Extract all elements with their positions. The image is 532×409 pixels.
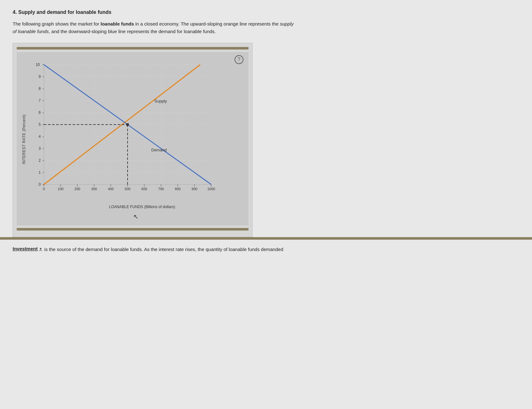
svg-text:700: 700 — [158, 187, 164, 191]
svg-text:4: 4 — [39, 134, 41, 139]
bottom-description: is the source of the demand for loanable… — [44, 246, 283, 253]
question-title: 4. Supply and demand for loanable funds — [13, 9, 519, 15]
equilibrium-point — [126, 123, 129, 126]
svg-text:1: 1 — [39, 170, 41, 175]
graph-card: ? INTEREST RATE (Percent) — [13, 43, 253, 237]
demand-label: Demand — [151, 148, 167, 152]
bottom-bar — [17, 228, 248, 231]
chart-svg: 0 1 2 3 4 5 6 7 — [28, 58, 224, 203]
desc-part1: The following graph shows the market for — [13, 21, 100, 26]
graph-inner: ? INTEREST RATE (Percent) — [17, 52, 248, 225]
svg-text:8: 8 — [39, 86, 41, 91]
question-title-text: Supply and demand for loanable funds — [18, 9, 111, 15]
investment-link[interactable]: Investment ▼ — [13, 246, 42, 251]
bottom-section: Investment ▼ is the source of the demand… — [0, 237, 532, 260]
page-container: 4. Supply and demand for loanable funds … — [0, 0, 532, 237]
chart-wrapper: INTEREST RATE (Percent) — [22, 58, 243, 220]
x-axis-label: LOANABLE FUNDS (Billions of dollars) — [41, 205, 243, 209]
desc-part2: in a closed economy. The upward-sloping … — [134, 21, 280, 26]
dropdown-arrow-icon[interactable]: ▼ — [39, 247, 42, 251]
svg-text:300: 300 — [91, 187, 97, 191]
question-number: 4. — [13, 9, 17, 15]
cursor-icon: ↖ — [133, 213, 139, 220]
svg-text:200: 200 — [75, 187, 80, 191]
supply-label: Supply — [154, 99, 167, 103]
svg-text:9: 9 — [39, 74, 41, 79]
desc-bold1: loanable funds — [100, 21, 134, 26]
svg-text:600: 600 — [141, 187, 147, 191]
cursor-area: ↖ — [28, 213, 243, 220]
chart-area: 0 1 2 3 4 5 6 7 — [28, 58, 243, 220]
svg-text:7: 7 — [39, 98, 41, 103]
y-axis-label: INTEREST RATE (Percent) — [22, 114, 26, 164]
svg-text:5: 5 — [39, 122, 41, 127]
svg-text:6: 6 — [39, 110, 41, 115]
desc-part3: , and the downward-sloping blue line rep… — [49, 29, 216, 34]
svg-text:0: 0 — [43, 187, 45, 191]
svg-text:2: 2 — [39, 158, 41, 163]
svg-text:0: 0 — [39, 182, 41, 187]
top-bar — [17, 47, 248, 50]
svg-text:1000: 1000 — [207, 187, 215, 191]
svg-text:900: 900 — [192, 187, 197, 191]
svg-text:500: 500 — [125, 187, 130, 191]
svg-text:800: 800 — [175, 187, 181, 191]
description: The following graph shows the market for… — [13, 20, 297, 35]
svg-text:100: 100 — [58, 187, 63, 191]
svg-text:3: 3 — [39, 146, 41, 151]
svg-text:10: 10 — [36, 62, 40, 67]
investment-link-text: Investment — [13, 246, 38, 251]
svg-text:400: 400 — [108, 187, 114, 191]
